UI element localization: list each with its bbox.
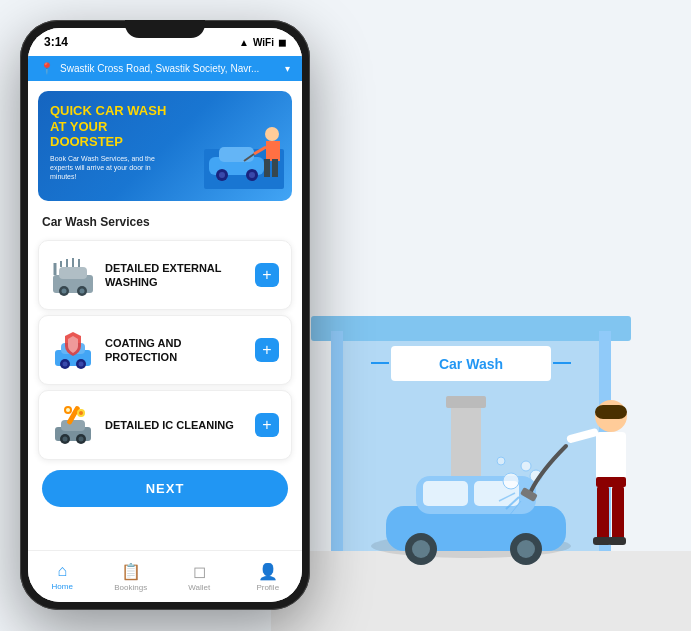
bottom-navigation: ⌂ Home 📋 Bookings ◻ Wallet 👤 Profile (28, 550, 302, 602)
svg-rect-28 (612, 486, 624, 541)
svg-point-44 (265, 127, 279, 141)
status-time: 3:14 (44, 35, 68, 49)
bookings-icon: 📋 (121, 562, 141, 581)
wallet-icon: ◻ (193, 562, 206, 581)
svg-point-21 (521, 461, 531, 471)
service-label-cleaning: DETAILED IC CLEANING (105, 418, 245, 432)
signal-icon: ▲ (239, 37, 249, 48)
svg-rect-3 (331, 331, 343, 551)
add-service-washing-button[interactable]: + (255, 263, 279, 287)
svg-rect-51 (59, 267, 87, 279)
service-icon-washing (51, 253, 95, 297)
svg-point-20 (503, 473, 519, 489)
add-service-cleaning-button[interactable]: + (255, 413, 279, 437)
svg-rect-14 (423, 481, 468, 506)
service-card-detailed-external-washing[interactable]: DETAILED EXTERNAL WASHING + (38, 240, 292, 310)
svg-rect-39 (219, 147, 254, 162)
svg-point-23 (497, 457, 505, 465)
svg-text:Car Wash: Car Wash (439, 356, 503, 372)
chevron-down-icon: ▾ (285, 63, 290, 74)
location-pin-icon: 📍 (40, 62, 54, 75)
banner-illustration (204, 99, 284, 189)
svg-rect-68 (61, 420, 85, 431)
svg-rect-27 (597, 486, 609, 541)
banner-title: QUICK CAR WASH AT YOUR DOORSTEP (50, 103, 170, 150)
location-text: Swastik Cross Road, Swastik Society, Nav… (60, 63, 279, 74)
svg-rect-10 (446, 396, 486, 408)
banner-subtitle: Book Car Wash Services, and the experts … (50, 154, 160, 181)
svg-point-41 (219, 172, 225, 178)
svg-point-64 (63, 362, 68, 367)
svg-point-77 (79, 411, 83, 415)
status-icons: ▲ WiFi ◼ (239, 37, 286, 48)
svg-point-19 (517, 540, 535, 558)
service-icon-cleaning (51, 403, 95, 447)
wifi-icon: WiFi (253, 37, 274, 48)
battery-icon: ◼ (278, 37, 286, 48)
add-service-coating-button[interactable]: + (255, 338, 279, 362)
svg-rect-2 (311, 316, 631, 341)
home-icon: ⌂ (57, 562, 67, 580)
service-card-ic-cleaning[interactable]: DETAILED IC CLEANING + (38, 390, 292, 460)
service-icon-coating (51, 328, 95, 372)
svg-rect-47 (272, 159, 278, 177)
nav-label-wallet: Wallet (188, 583, 210, 592)
service-label-coating: COATING AND PROTECTION (105, 336, 245, 365)
nav-label-home: Home (52, 582, 73, 591)
next-button[interactable]: NEXT (42, 470, 288, 507)
svg-rect-46 (264, 159, 270, 177)
svg-rect-36 (595, 405, 627, 419)
svg-point-54 (62, 289, 67, 294)
phone-notch (125, 20, 205, 38)
svg-rect-26 (596, 477, 626, 487)
service-card-coating-protection[interactable]: COATING AND PROTECTION + (38, 315, 292, 385)
nav-item-bookings[interactable]: 📋 Bookings (97, 562, 166, 592)
svg-rect-30 (608, 537, 626, 545)
svg-point-55 (80, 289, 85, 294)
nav-label-profile: Profile (256, 583, 279, 592)
svg-point-43 (249, 172, 255, 178)
svg-rect-0 (271, 551, 691, 631)
nav-item-profile[interactable]: 👤 Profile (234, 562, 303, 592)
nav-item-home[interactable]: ⌂ Home (28, 562, 97, 591)
section-title: Car Wash Services (28, 209, 302, 235)
nav-item-wallet[interactable]: ◻ Wallet (165, 562, 234, 592)
svg-point-70 (63, 437, 68, 442)
service-label-washing: DETAILED EXTERNAL WASHING (105, 261, 245, 290)
location-bar[interactable]: 📍 Swastik Cross Road, Swastik Society, N… (28, 56, 302, 81)
svg-point-72 (79, 437, 84, 442)
promo-banner: QUICK CAR WASH AT YOUR DOORSTEP Book Car… (38, 91, 292, 201)
svg-point-75 (66, 408, 70, 412)
phone-mockup: 3:14 ▲ WiFi ◼ 📍 Swastik Cross Road, Swas… (20, 20, 310, 610)
svg-rect-45 (266, 141, 280, 161)
nav-label-bookings: Bookings (114, 583, 147, 592)
svg-point-17 (412, 540, 430, 558)
svg-point-66 (79, 362, 84, 367)
profile-icon: 👤 (258, 562, 278, 581)
